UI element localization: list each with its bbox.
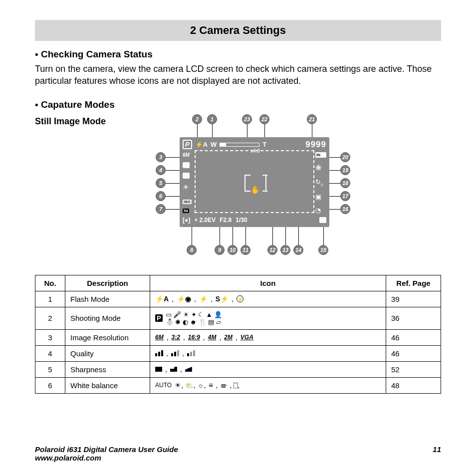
cell-ref: 46 xyxy=(386,345,441,361)
cell-ref: 52 xyxy=(386,361,441,377)
cell-icons: ⚡A, ⚡◉, ⚡, S⚡, ⚡ xyxy=(150,291,386,307)
callout-8: 8 xyxy=(187,245,197,255)
callout-4: 4 xyxy=(156,165,166,175)
cell-ref: 39 xyxy=(386,291,441,307)
callout-6: 6 xyxy=(156,191,166,201)
callout-21: 21 xyxy=(307,114,317,124)
footer-left: Polaroid i631 Digital Camera User Guide … xyxy=(35,445,178,462)
callout-16: 16 xyxy=(340,204,350,214)
cell-no: 4 xyxy=(35,345,65,361)
lcd-diagram: 2 1 23 22 21 3 4 5 6 7 20 19 18 17 xyxy=(155,113,354,268)
cell-icons: , , xyxy=(150,361,386,377)
cell-no: 5 xyxy=(35,361,65,377)
table-row: 6 White balance AUTO ☀, ⛅, ☼, ≡, ≣, ⎕, 4… xyxy=(35,377,441,393)
burst-icon: ▣ xyxy=(315,193,326,201)
footer-url: www.polaroid.com xyxy=(35,454,101,462)
callout-12: 12 xyxy=(267,245,277,255)
callout-9: 9 xyxy=(215,245,225,255)
callout-3: 3 xyxy=(156,152,166,162)
cell-no: 1 xyxy=(35,291,65,307)
callout-14: 14 xyxy=(293,245,303,255)
hand-shake-icon: ✋ xyxy=(250,185,260,195)
chapter-title: 2 Camera Settings xyxy=(35,20,441,41)
zoom-bar-icon xyxy=(220,143,259,147)
table-row: 3 Image Resolution 6M, 3:2, 16:9, 4M, 2M… xyxy=(35,329,441,345)
footer-page-number: 11 xyxy=(433,445,441,462)
date-stamp-icon: ◔ xyxy=(315,207,326,214)
callout-17: 17 xyxy=(340,191,350,201)
callout-15: 15 xyxy=(318,245,328,255)
cell-no: 2 xyxy=(35,307,65,329)
lcd-screen: P ⚡A W T 9999 x4.0 ✋ 6M ☀ ISO50 xyxy=(180,137,329,227)
table-row: 5 Sharpness , , 52 xyxy=(35,361,441,377)
ev-value: + 2.0EV xyxy=(194,217,216,224)
macro-icon: ❀ xyxy=(315,163,326,172)
flash-auto-icon: ⚡A xyxy=(195,141,208,148)
shots-remaining: 9999 xyxy=(305,140,326,150)
metering-icon: [●] xyxy=(183,217,190,224)
callout-19: 19 xyxy=(340,165,350,175)
icon-reference-table: No. Description Icon Ref. Page 1 Flash M… xyxy=(35,275,441,394)
white-balance-icon: ☀ xyxy=(183,183,194,191)
callout-10: 10 xyxy=(228,245,238,255)
cell-ref: 48 xyxy=(386,377,441,393)
callout-1: 1 xyxy=(207,114,217,124)
section-checking-status-body: Turn on the camera, view the camera LCD … xyxy=(35,63,441,87)
cell-ref: 46 xyxy=(386,329,441,345)
cell-desc: Sharpness xyxy=(65,361,150,377)
table-row: 1 Flash Mode ⚡A, ⚡◉, ⚡, S⚡, ⚡ 39 xyxy=(35,291,441,307)
callout-13: 13 xyxy=(280,245,290,255)
resolution-icon: 6M xyxy=(183,152,194,158)
cell-desc: White balance xyxy=(65,377,150,393)
callout-20: 20 xyxy=(340,152,350,162)
th-desc: Description xyxy=(65,275,150,291)
quality-icon xyxy=(183,162,190,168)
cell-desc: Flash Mode xyxy=(65,291,150,307)
cell-desc: Shooting Mode xyxy=(65,307,150,329)
callout-22: 22 xyxy=(259,114,269,124)
cell-ref: 36 xyxy=(386,307,441,329)
table-row: 4 Quality , , 46 xyxy=(35,345,441,361)
callout-7: 7 xyxy=(156,204,166,214)
program-mode-icon: P xyxy=(183,140,192,149)
footer-title: Polaroid i631 Digital Camera User Guide xyxy=(35,445,178,454)
callout-11: 11 xyxy=(240,245,250,255)
section-capture-modes-heading: • Capature Modes xyxy=(35,99,441,110)
shutter-value: 1/30 xyxy=(236,217,247,224)
callout-23: 23 xyxy=(242,114,252,124)
still-image-mode-label: Still Image Mode xyxy=(35,116,145,127)
cell-icons: , , xyxy=(150,345,386,361)
cell-icons: 6M, 3:2, 16:9, 4M, 2M, VGA xyxy=(150,329,386,345)
th-icon: Icon xyxy=(150,275,386,291)
iso-icon: ISO50 xyxy=(183,196,194,214)
th-ref: Ref. Page xyxy=(386,275,441,291)
battery-icon xyxy=(319,217,326,223)
callout-18: 18 xyxy=(340,178,350,188)
self-timer-icon: ↻2 xyxy=(315,178,326,187)
cell-desc: Image Resolution xyxy=(65,329,150,345)
cell-no: 6 xyxy=(35,377,65,393)
sharpness-icon xyxy=(183,173,190,179)
th-no: No. xyxy=(35,275,65,291)
table-row: 2 Shooting Mode P ▭ 🎤 ☀ ✦ ☾ ▲ 👤 ⛄ ✺ ◐ ☻ … xyxy=(35,307,441,329)
callout-2: 2 xyxy=(192,114,202,124)
cell-icons: P ▭ 🎤 ☀ ✦ ☾ ▲ 👤 ⛄ ✺ ◐ ☻ 🍴 ▤ ▱ xyxy=(150,307,386,329)
zoom-w-label: W xyxy=(211,141,217,148)
cell-icons: AUTO ☀, ⛅, ☼, ≡, ≣, ⎕, xyxy=(150,377,386,393)
internal-memory-icon: IN xyxy=(315,152,326,158)
aperture-value: F2.8 xyxy=(220,217,232,224)
cell-no: 3 xyxy=(35,329,65,345)
zoom-t-label: T xyxy=(262,141,266,148)
section-checking-status-heading: • Checking Camera Status xyxy=(35,49,441,60)
callout-5: 5 xyxy=(156,178,166,188)
cell-desc: Quality xyxy=(65,345,150,361)
